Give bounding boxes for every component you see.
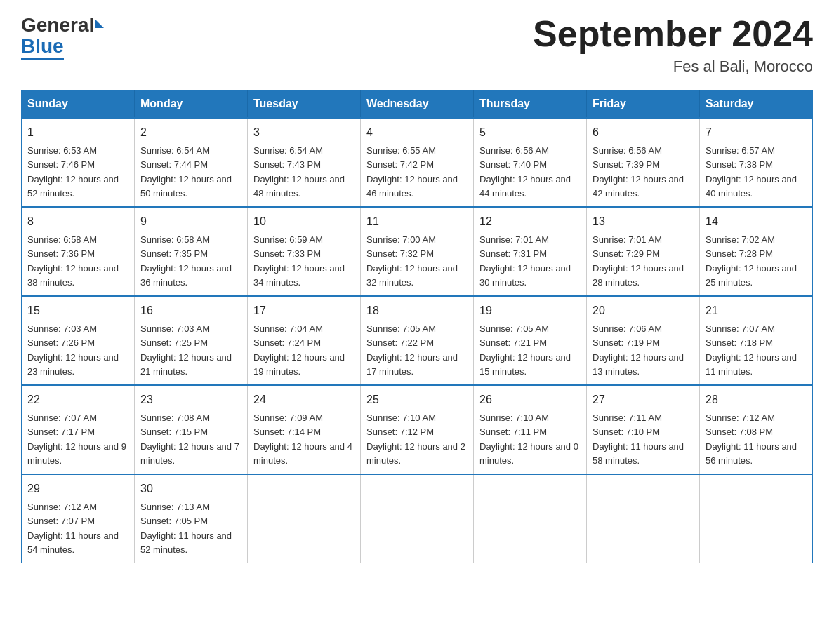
cell-info: Sunrise: 7:09 AMSunset: 7:14 PMDaylight:… — [253, 412, 352, 466]
calendar-cell — [700, 474, 813, 563]
cell-info: Sunrise: 7:12 AMSunset: 7:08 PMDaylight:… — [706, 412, 797, 466]
header-sunday: Sunday — [22, 90, 135, 119]
calendar-cell: 5Sunrise: 6:56 AMSunset: 7:40 PMDaylight… — [474, 118, 587, 207]
cell-info: Sunrise: 7:00 AMSunset: 7:32 PMDaylight:… — [366, 234, 458, 288]
day-number: 2 — [140, 124, 241, 141]
calendar-cell: 22Sunrise: 7:07 AMSunset: 7:17 PMDayligh… — [22, 385, 135, 474]
calendar-cell: 19Sunrise: 7:05 AMSunset: 7:21 PMDayligh… — [474, 296, 587, 385]
calendar-cell: 30Sunrise: 7:13 AMSunset: 7:05 PMDayligh… — [135, 474, 248, 563]
day-number: 16 — [140, 302, 241, 319]
calendar-cell: 13Sunrise: 7:01 AMSunset: 7:29 PMDayligh… — [587, 207, 700, 296]
day-number: 1 — [27, 124, 128, 141]
calendar-cell — [474, 474, 587, 563]
cell-info: Sunrise: 7:10 AMSunset: 7:12 PMDaylight:… — [366, 412, 465, 466]
calendar-cell: 12Sunrise: 7:01 AMSunset: 7:31 PMDayligh… — [474, 207, 587, 296]
week-row-5: 29Sunrise: 7:12 AMSunset: 7:07 PMDayligh… — [22, 474, 813, 563]
calendar-cell: 3Sunrise: 6:54 AMSunset: 7:43 PMDaylight… — [248, 118, 361, 207]
cell-info: Sunrise: 6:58 AMSunset: 7:36 PMDaylight:… — [27, 234, 119, 288]
day-number: 25 — [366, 391, 468, 408]
calendar-cell: 4Sunrise: 6:55 AMSunset: 7:42 PMDaylight… — [361, 118, 474, 207]
month-title: September 2024 — [533, 14, 813, 54]
cell-info: Sunrise: 6:59 AMSunset: 7:33 PMDaylight:… — [253, 234, 345, 288]
cell-info: Sunrise: 6:54 AMSunset: 7:44 PMDaylight:… — [140, 145, 232, 199]
calendar-cell: 29Sunrise: 7:12 AMSunset: 7:07 PMDayligh… — [22, 474, 135, 563]
cell-info: Sunrise: 6:55 AMSunset: 7:42 PMDaylight:… — [366, 145, 458, 199]
day-number: 9 — [140, 213, 241, 230]
calendar-cell: 25Sunrise: 7:10 AMSunset: 7:12 PMDayligh… — [361, 385, 474, 474]
calendar-cell: 15Sunrise: 7:03 AMSunset: 7:26 PMDayligh… — [22, 296, 135, 385]
logo-general-text: General — [21, 14, 94, 36]
calendar-cell: 10Sunrise: 6:59 AMSunset: 7:33 PMDayligh… — [248, 207, 361, 296]
day-number: 23 — [140, 391, 241, 408]
header-friday: Friday — [587, 90, 700, 119]
title-section: September 2024 Fes al Bali, Morocco — [533, 14, 813, 76]
calendar-cell — [361, 474, 474, 563]
page-header: General Blue September 2024 Fes al Bali,… — [21, 14, 813, 76]
calendar-cell: 26Sunrise: 7:10 AMSunset: 7:11 PMDayligh… — [474, 385, 587, 474]
cell-info: Sunrise: 6:54 AMSunset: 7:43 PMDaylight:… — [253, 145, 345, 199]
calendar-cell: 17Sunrise: 7:04 AMSunset: 7:24 PMDayligh… — [248, 296, 361, 385]
cell-info: Sunrise: 6:53 AMSunset: 7:46 PMDaylight:… — [27, 145, 119, 199]
day-number: 12 — [479, 213, 581, 230]
calendar-cell: 1Sunrise: 6:53 AMSunset: 7:46 PMDaylight… — [22, 118, 135, 207]
calendar-header: SundayMondayTuesdayWednesdayThursdayFrid… — [22, 90, 813, 119]
calendar-cell: 23Sunrise: 7:08 AMSunset: 7:15 PMDayligh… — [135, 385, 248, 474]
calendar-cell: 28Sunrise: 7:12 AMSunset: 7:08 PMDayligh… — [700, 385, 813, 474]
day-number: 4 — [366, 124, 468, 141]
location: Fes al Bali, Morocco — [533, 58, 813, 76]
calendar-cell — [248, 474, 361, 563]
day-number: 3 — [253, 124, 355, 141]
day-number: 6 — [593, 124, 694, 141]
cell-info: Sunrise: 6:58 AMSunset: 7:35 PMDaylight:… — [140, 234, 232, 288]
cell-info: Sunrise: 7:13 AMSunset: 7:05 PMDaylight:… — [140, 502, 232, 555]
cell-info: Sunrise: 7:10 AMSunset: 7:11 PMDaylight:… — [479, 412, 578, 466]
week-row-1: 1Sunrise: 6:53 AMSunset: 7:46 PMDaylight… — [22, 118, 813, 207]
header-thursday: Thursday — [474, 90, 587, 119]
day-number: 7 — [706, 124, 807, 141]
calendar-cell: 14Sunrise: 7:02 AMSunset: 7:28 PMDayligh… — [700, 207, 813, 296]
day-number: 19 — [479, 302, 581, 319]
week-row-2: 8Sunrise: 6:58 AMSunset: 7:36 PMDaylight… — [22, 207, 813, 296]
calendar-cell: 27Sunrise: 7:11 AMSunset: 7:10 PMDayligh… — [587, 385, 700, 474]
cell-info: Sunrise: 7:01 AMSunset: 7:31 PMDaylight:… — [479, 234, 571, 288]
calendar-table: SundayMondayTuesdayWednesdayThursdayFrid… — [21, 90, 813, 563]
calendar-cell: 18Sunrise: 7:05 AMSunset: 7:22 PMDayligh… — [361, 296, 474, 385]
cell-info: Sunrise: 7:05 AMSunset: 7:22 PMDaylight:… — [366, 323, 458, 377]
day-number: 17 — [253, 302, 355, 319]
day-number: 13 — [593, 213, 694, 230]
cell-info: Sunrise: 7:11 AMSunset: 7:10 PMDaylight:… — [593, 412, 684, 466]
cell-info: Sunrise: 7:03 AMSunset: 7:25 PMDaylight:… — [140, 323, 232, 377]
cell-info: Sunrise: 7:12 AMSunset: 7:07 PMDaylight:… — [27, 502, 119, 555]
day-number: 24 — [253, 391, 355, 408]
day-number: 22 — [27, 391, 128, 408]
day-number: 26 — [479, 391, 581, 408]
cell-info: Sunrise: 6:56 AMSunset: 7:39 PMDaylight:… — [593, 145, 684, 199]
day-number: 29 — [27, 481, 128, 497]
day-number: 30 — [140, 481, 241, 497]
week-row-4: 22Sunrise: 7:07 AMSunset: 7:17 PMDayligh… — [22, 385, 813, 474]
logo-blue-text: Blue — [21, 35, 64, 60]
day-number: 21 — [706, 302, 807, 319]
cell-info: Sunrise: 7:02 AMSunset: 7:28 PMDaylight:… — [706, 234, 797, 288]
calendar-cell: 6Sunrise: 6:56 AMSunset: 7:39 PMDaylight… — [587, 118, 700, 207]
logo: General Blue — [21, 14, 104, 56]
calendar-cell: 16Sunrise: 7:03 AMSunset: 7:25 PMDayligh… — [135, 296, 248, 385]
cell-info: Sunrise: 6:56 AMSunset: 7:40 PMDaylight:… — [479, 145, 571, 199]
calendar-cell: 8Sunrise: 6:58 AMSunset: 7:36 PMDaylight… — [22, 207, 135, 296]
calendar-cell: 9Sunrise: 6:58 AMSunset: 7:35 PMDaylight… — [135, 207, 248, 296]
calendar-cell — [587, 474, 700, 563]
calendar-cell: 11Sunrise: 7:00 AMSunset: 7:32 PMDayligh… — [361, 207, 474, 296]
calendar-cell: 24Sunrise: 7:09 AMSunset: 7:14 PMDayligh… — [248, 385, 361, 474]
cell-info: Sunrise: 7:04 AMSunset: 7:24 PMDaylight:… — [253, 323, 345, 377]
calendar-cell: 20Sunrise: 7:06 AMSunset: 7:19 PMDayligh… — [587, 296, 700, 385]
day-number: 5 — [479, 124, 581, 141]
cell-info: Sunrise: 7:05 AMSunset: 7:21 PMDaylight:… — [479, 323, 571, 377]
logo-triangle-icon — [95, 20, 104, 28]
calendar-cell: 21Sunrise: 7:07 AMSunset: 7:18 PMDayligh… — [700, 296, 813, 385]
week-row-3: 15Sunrise: 7:03 AMSunset: 7:26 PMDayligh… — [22, 296, 813, 385]
calendar-cell: 2Sunrise: 6:54 AMSunset: 7:44 PMDaylight… — [135, 118, 248, 207]
cell-info: Sunrise: 6:57 AMSunset: 7:38 PMDaylight:… — [706, 145, 797, 199]
day-number: 11 — [366, 213, 468, 230]
cell-info: Sunrise: 7:07 AMSunset: 7:17 PMDaylight:… — [27, 412, 126, 466]
header-wednesday: Wednesday — [361, 90, 474, 119]
